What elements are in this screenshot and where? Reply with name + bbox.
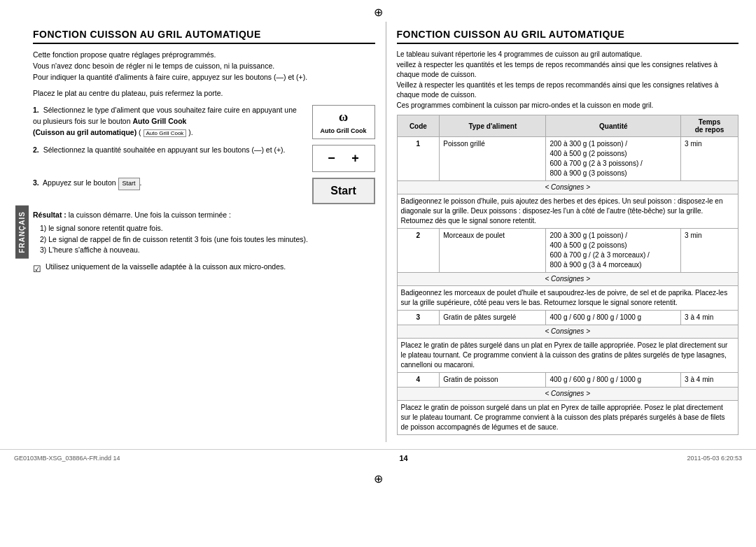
consigne-header-4: < Consignes > [397,388,738,401]
time-3: 3 à 4 min [681,311,738,325]
step-1-text: 1. Sélectionnez le type d'aliment que vo… [33,105,312,138]
consigne-header-2: < Consignes > [397,273,738,286]
consigne-detail-1: Badigeonnez le poisson d'huile, puis ajo… [397,194,738,229]
francais-tab: FRANÇAIS [14,22,29,442]
note-icon: ☑ [33,262,41,276]
plus-button[interactable]: + [351,151,359,166]
quantity-1: 200 à 300 g (1 poisson) /400 à 500 g (2 … [546,137,681,181]
step-2-block: 2. Sélectionnez la quantité souhaitée en… [33,145,375,172]
right-intro-2: veillez à respecter les quantités et les… [397,61,718,79]
left-intro-2: Placez le plat au centre du plateau, pui… [33,88,375,99]
code-3: 3 [397,311,440,325]
left-intro: Cette fonction propose quatre réglages p… [33,50,375,83]
type-3: Gratin de pâtes surgelé [440,311,546,325]
quantity-3: 400 g / 600 g / 800 g / 1000 g [546,311,681,325]
table-row: 1 Poisson grillé 200 à 300 g (1 poisson)… [397,137,738,181]
time-2: 3 min [681,229,738,273]
step-2-content: Sélectionnez la quantité souhaitée en ap… [43,145,286,154]
left-section-title: FONCTION CUISSON AU GRIL AUTOMATIQUE [33,29,375,44]
bottom-symbol: ⊕ [0,467,756,488]
francais-label: FRANÇAIS [15,206,29,259]
start-button-image[interactable]: Start [312,178,375,204]
type-1: Poisson grillé [440,137,546,181]
consigne-detail-4: Placez le gratin de poisson surgelé dans… [397,401,738,435]
start-inline-label: Start [118,178,140,190]
note-text: Utilisez uniquement de la vaisselle adap… [46,262,286,273]
time-1: 3 min [681,137,738,181]
cuisson-gril-bold: (Cuisson au gril automatique) [33,128,136,136]
auto-grill-sub-label: Auto Grill Cook [144,129,187,137]
step-1-image: ω Auto Grill Cook [312,105,375,139]
col-code: Code [397,115,440,137]
consigne-text-1: Badigeonnez le poisson d'huile, puis ajo… [397,194,738,229]
col-type: Type d'aliment [440,115,546,137]
consigne-text-3: Placez le gratin de pâtes surgelé dans u… [397,339,738,373]
code-1: 1 [397,137,440,181]
consigne-header-1: < Consignes > [397,181,738,194]
step-1-content: Sélectionnez le type d'aliment que vous … [33,106,297,136]
consigne-label-3: < Consignes > [397,325,738,339]
step-3-number: 3. [33,178,39,187]
note-block: ☑ Utilisez uniquement de la vaisselle ad… [33,262,375,276]
cooking-table: Code Type d'aliment Quantité Tempsde rep… [397,115,739,435]
left-column: FONCTION CUISSON AU GRIL AUTOMATIQUE Cet… [29,22,386,442]
consigne-text-4: Placez le gratin de poisson surgelé dans… [397,401,738,435]
step-3-text: 3. Appuyez sur le bouton Start. [33,178,312,190]
step-2-number: 2. [33,145,39,154]
table-row: 2 Morceaux de poulet 200 à 300 g (1 pois… [397,229,738,273]
top-symbol: ⊕ [0,0,756,22]
result-items: 1) le signal sonore retentit quatre fois… [40,223,375,256]
table-row: 4 Gratin de poisson 400 g / 600 g / 800 … [397,373,738,388]
right-intro-4: Ces programmes combinent la cuisson par … [397,101,654,109]
consigne-detail-2: Badigeonnez les morceaux de poulet d'hui… [397,286,738,311]
consigne-header-3: < Consignes > [397,325,738,339]
table-header-row: Code Type d'aliment Quantité Tempsde rep… [397,115,738,137]
code-4: 4 [397,373,440,388]
auto-grill-image-label: Auto Grill Cook [321,127,367,134]
footer-left: GE0103MB-XSG_03886A-FR.indd 14 [14,455,120,462]
right-intro-1: Le tableau suivant répertorie les 4 prog… [397,50,643,58]
content-area: FRANÇAIS FONCTION CUISSON AU GRIL AUTOMA… [0,22,756,442]
auto-grill-cook-bold: Auto Grill Cook [132,117,186,125]
start-label: Start [330,185,356,197]
minus-plus-control[interactable]: − + [312,145,375,172]
consigne-text-2: Badigeonnez les morceaux de poulet d'hui… [397,286,738,311]
minus-button[interactable]: − [328,151,335,166]
right-section-title: FONCTION CUISSON AU GRIL AUTOMATIQUE [397,29,739,44]
step-3-block: 3. Appuyez sur le bouton Start. Start [33,178,375,204]
type-4: Gratin de poisson [440,373,546,388]
step-2-text: 2. Sélectionnez la quantité souhaitée en… [33,145,312,156]
consigne-detail-3: Placez le gratin de pâtes surgelé dans u… [397,339,738,373]
footer: GE0103MB-XSG_03886A-FR.indd 14 14 2011-0… [0,449,756,467]
result-item-1: 1) le signal sonore retentit quatre fois… [40,223,375,234]
type-2: Morceaux de poulet [440,229,546,273]
auto-grill-icon: ω [339,110,348,125]
right-intro: Le tableau suivant répertorie les 4 prog… [397,50,739,111]
quantity-4: 400 g / 600 g / 800 g / 1000 g [546,373,681,388]
result-label: Résultat : [33,211,66,219]
col-quantity: Quantité [546,115,681,137]
step-3-content: Appuyez sur le bouton Start. [43,178,141,187]
intro-line-2: Vous n'avez donc besoin de régler ni le … [33,62,274,70]
footer-right: 2011-05-03 6:20:53 [687,455,742,462]
page: ⊕ FRANÇAIS FONCTION CUISSON AU GRIL AUTO… [0,0,756,547]
table-row: 3 Gratin de pâtes surgelé 400 g / 600 g … [397,311,738,325]
step-1-number: 1. [33,106,39,114]
result-text: la cuisson démarre. Une fois la cuisson … [69,211,231,219]
step-1-row: 1. Sélectionnez le type d'aliment que vo… [33,105,375,139]
col-time: Tempsde repos [681,115,738,137]
intro-line-1: Cette fonction propose quatre réglages p… [33,50,216,59]
consigne-label-1: < Consignes > [397,181,738,194]
right-column: FONCTION CUISSON AU GRIL AUTOMATIQUE Le … [386,22,743,442]
right-intro-3: Veillez à respecter les quantités et les… [397,81,719,99]
result-item-3: 3) L'heure s'affiche à nouveau. [40,245,375,256]
consigne-label-4: < Consignes > [397,388,738,401]
place-instruction: Placez le plat au centre du plateau, pui… [33,89,223,97]
code-2: 2 [397,229,440,273]
time-4: 3 à 4 min [681,373,738,388]
step-1-block: 1. Sélectionnez le type d'aliment que vo… [33,105,375,139]
result-item-2: 2) Le signal de rappel de fin de cuisson… [40,234,375,246]
step-2-row: 2. Sélectionnez la quantité souhaitée en… [33,145,375,172]
page-number: 14 [120,454,687,462]
intro-line-3: Pour indiquer la quantité d'aliments à f… [33,73,307,81]
